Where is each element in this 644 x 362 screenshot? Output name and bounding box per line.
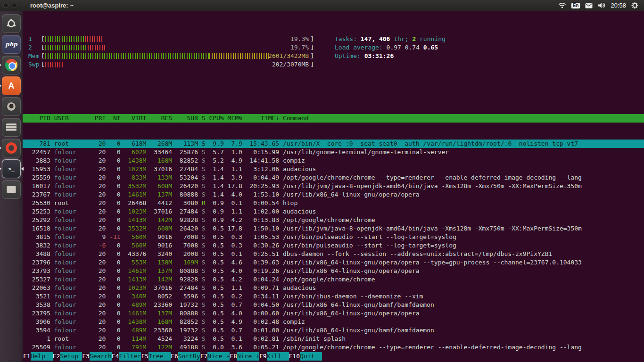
process-row[interactable]: 3488folour2004337632402008S0.50.10:25.51…: [23, 250, 644, 258]
mail-icon[interactable]: [585, 3, 593, 8]
running-indicator: [0, 167, 3, 171]
process-row[interactable]: 15953folour2001023M3701627484S1.41.13:12…: [23, 165, 644, 173]
process-row[interactable]: 23795folour2001461M137M80888S0.54.00:00.…: [23, 309, 644, 318]
process-row[interactable]: 3883folour2001438M168M82852S5.24.914:41.…: [23, 156, 644, 165]
app-button-a[interactable]: A: [2, 76, 21, 95]
volume-icon[interactable]: [598, 2, 605, 8]
running-indicator: [0, 84, 3, 88]
process-row[interactable]: 25327folour2001413M142M92828S0.54.20:04.…: [23, 275, 644, 284]
process-row[interactable]: 3815folour9-11560M90167008S0.50.31:05.53…: [23, 233, 644, 241]
process-row[interactable]: 3832folour-60560M90167008S0.50.30:30.26/…: [23, 241, 644, 250]
dash-home-button[interactable]: [2, 14, 21, 33]
fkey-f8[interactable]: F8Nice +: [230, 352, 259, 361]
process-row[interactable]: 3594folour200489M2336019732S0.50.70:01.0…: [23, 326, 644, 335]
gray-tool-app-button[interactable]: [2, 97, 21, 116]
process-row[interactable]: 22063folour2001023M3701627484S0.51.10:09…: [23, 284, 644, 292]
opera-logo-icon: [6, 142, 17, 154]
desktop: root@aspire: ~ En: [0, 0, 644, 362]
window-title: root@aspire: ~: [30, 2, 74, 9]
fkey-f5[interactable]: F5Tree: [141, 352, 171, 361]
htop-header-area: 1[19.3%]2[19.7%]Mem[2601/3422MB]Swp[202/…: [23, 28, 644, 69]
lens-icon: [7, 102, 16, 111]
php-app-button[interactable]: php: [2, 35, 21, 54]
process-row[interactable]: 16017folour2003532M608M26420S1.417.820:2…: [23, 182, 644, 190]
process-row[interactable]: 25509folour200791M122M49188S0.03.60:05.2…: [23, 343, 644, 352]
process-row[interactable]: 781root200618M268M113MS9.97.915:43.65/us…: [23, 140, 644, 148]
session-gear-icon[interactable]: [631, 2, 638, 9]
fkey-f7[interactable]: F7Nice -: [200, 352, 230, 361]
fkey-f4[interactable]: F4Filter: [112, 352, 141, 361]
chrome-logo-icon: [5, 59, 17, 71]
fkey-f1[interactable]: F1Help: [23, 352, 53, 361]
summary: Tasks: 147, 406 thr; 2 runningLoad avera…: [335, 35, 446, 60]
terminal-app-button[interactable]: >_: [2, 159, 21, 178]
fkey-f10[interactable]: F10Quit: [289, 352, 322, 361]
chrome-app-button[interactable]: [2, 56, 21, 74]
a-app-logo: A: [8, 81, 15, 91]
process-table: PIDUSERPRINIVIRTRESSHRSCPU%MEM%TIME+Comm…: [23, 97, 644, 362]
process-row[interactable]: 25559folour200833M133M53204S1.43.90:04.4…: [23, 173, 644, 182]
process-row[interactable]: 3521folour200340M80525596S0.50.20:34.11/…: [23, 292, 644, 301]
process-row[interactable]: 25530root2002646844123080R0.90.10:00.54h…: [23, 199, 644, 207]
process-row[interactable]: 25253folour2001023M3701627484S0.91.11:02…: [23, 207, 644, 216]
clock[interactable]: 20:58: [611, 2, 626, 9]
function-bar: F1HelpF2SetupF3SearchF4FilterF5TreeF6Sor…: [23, 352, 644, 362]
fkey-f3[interactable]: F3Search: [82, 352, 112, 361]
terminal-window: 1[19.3%]2[19.7%]Mem[2601/3422MB]Swp[202/…: [23, 11, 644, 362]
file-icon: [7, 186, 16, 193]
drawer-icon: [6, 123, 17, 131]
meter-mem: Mem[2601/3422MB]: [28, 52, 314, 60]
process-row[interactable]: 3906folour2001438M168M82852S0.54.90:02.4…: [23, 318, 644, 326]
process-rows: 781root200618M268M113MS9.97.915:43.65/us…: [23, 140, 644, 362]
summary-line: Uptime: 03:31:26: [335, 52, 446, 60]
terminal-icon: >_: [8, 166, 14, 172]
unity-launcher: php A >_: [0, 11, 23, 362]
process-row[interactable]: 1root200114M45243224S0.50.10:02.81/sbin/…: [23, 335, 644, 343]
process-row[interactable]: 25292folour2001413M142M92828S0.94.20:13.…: [23, 216, 644, 224]
ubuntu-logo-icon: [6, 18, 17, 29]
opera-app-button[interactable]: [2, 139, 21, 157]
window-close-button[interactable]: [3, 3, 8, 8]
meter-swp: Swp[202/3070MB]: [28, 60, 314, 69]
focused-indicator: [21, 167, 24, 171]
running-indicator: [0, 63, 3, 67]
summary-line: Load average: 0.97 0.74 0.65: [335, 43, 446, 52]
top-panel: root@aspire: ~ En: [0, 0, 644, 11]
indicator-area: En 20:58: [558, 2, 644, 9]
fkey-f6[interactable]: F6SortBy: [171, 352, 200, 361]
running-indicator: [0, 146, 3, 150]
process-row[interactable]: 23796folour200553M158M109MS0.54.60:39.63…: [23, 258, 644, 267]
process-row[interactable]: 3538folour200489M2336019732S0.50.70:04.5…: [23, 301, 644, 309]
meter-2: 2[19.7%]: [28, 43, 314, 52]
process-row[interactable]: 23793folour2001461M137M80888S0.54.00:19.…: [23, 267, 644, 275]
keyboard-layout-indicator[interactable]: En: [571, 3, 580, 8]
meters: 1[19.3%]2[19.7%]Mem[2601/3422MB]Swp[202/…: [28, 35, 314, 69]
summary-line: Tasks: 147, 406 thr; 2 running: [335, 35, 446, 43]
fkey-f2[interactable]: F2Setup: [53, 352, 83, 361]
wifi-icon[interactable]: [558, 2, 566, 8]
files-app-button[interactable]: [2, 180, 21, 199]
process-row[interactable]: 16518folour2003532M608M26420S0.517.81:50…: [23, 224, 644, 233]
php-logo: php: [5, 41, 17, 48]
table-header[interactable]: PIDUSERPRINIVIRTRESSHRSCPU%MEM%TIME+Comm…: [23, 114, 644, 123]
window-minimize-button[interactable]: [12, 3, 17, 8]
process-row[interactable]: 22457folour200602M3346425876S5.71.00:15.…: [23, 148, 644, 156]
archive-app-button[interactable]: [2, 118, 21, 137]
meter-1: 1[19.3%]: [28, 35, 314, 43]
fkey-f9[interactable]: F9Kill: [259, 352, 289, 361]
window-controls: [3, 3, 17, 8]
process-row[interactable]: 23767folour2001461M137M80888S1.44.01:53.…: [23, 190, 644, 199]
